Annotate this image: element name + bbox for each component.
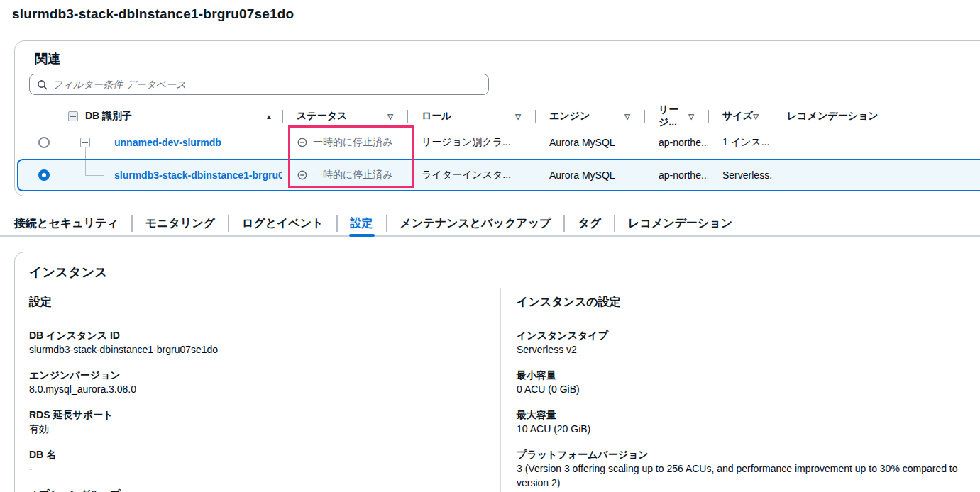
sort-icon[interactable]: ▽ [624,113,644,121]
instance-section-heading: インスタンス [29,264,108,281]
filter-input[interactable] [53,79,481,90]
collapse-row-icon[interactable] [80,138,90,147]
status-cell: 一時的に停止済み [282,125,407,160]
status-cell: 一時的に停止済み [282,160,407,190]
detail-tabs: 接続とセキュリティ モニタリング ログとイベント 設定 メンテナンスとバックアッ… [0,211,980,237]
field-db-name: DB 名 - [29,447,500,476]
related-section-heading: 関連 [35,50,60,67]
sort-icon[interactable]: ▽ [387,113,407,121]
field-min-capacity: 最小容量 0 ACU (0 GiB) [517,368,980,396]
column-divider [708,110,709,123]
tab-settings[interactable]: 設定 [338,211,386,235]
tab-connectivity-and-security[interactable]: 接続とセキュリティ [0,211,131,235]
tree-connector-elbow [85,160,104,176]
role-cell: ライターインスタ... [407,160,535,190]
search-icon [37,79,48,90]
db-identifier-cell: slurmdb3-stack-dbinstance1-brgru07se1do [62,160,282,190]
db-instance-link[interactable]: slurmdb3-stack-dbinstance1-brgru07se1do [114,169,282,181]
rds-instance-page: slurmdb3-stack-dbinstance1-brgru07se1do … [0,0,980,492]
tab-tags[interactable]: タグ [565,211,614,235]
tab-logs-and-events[interactable]: ログとイベント [229,211,336,235]
row-select-cell[interactable] [15,125,62,160]
field-db-instance-id: DB インスタンス ID slurmdb3-stack-dbinstance1-… [29,328,500,357]
tab-recommendations[interactable]: レコメンデーション [615,211,745,235]
column-divider [773,110,773,123]
settings-column: 設定 DB インスタンス ID slurmdb3-stack-dbinstanc… [15,288,500,492]
row-select-cell[interactable] [15,160,62,190]
tab-monitoring[interactable]: モニタリング [133,211,228,235]
recommendation-cell [773,160,980,190]
engine-cell: Aurora MySQL [535,125,644,160]
sort-ascending-icon[interactable]: ▲ [265,113,282,121]
region-cell: ap-northe... [644,125,708,160]
region-cell: ap-northe... [644,160,708,190]
field-platform-version: プラットフォームバージョン 3 (Version 3 offering scal… [517,447,980,490]
radio-selected[interactable] [38,169,50,181]
role-cell: リージョン別クラ... [407,125,535,160]
column-divider [535,110,536,123]
field-instance-type: インスタンスタイプ Serverless v2 [517,328,980,357]
tree-connector-line [85,147,86,160]
recommendation-cell [773,125,980,160]
column-divider [407,110,408,123]
db-identifier-cell: unnamed-dev-slurmdb [62,125,282,160]
instance-settings-heading: インスタンスの設定 [517,295,980,310]
radio-unselected[interactable] [38,137,50,148]
table-header-row: DB 識別子 ▲ ステータス ▽ ロール ▽ エンジン ▽ リージ... [15,104,980,125]
settings-heading: 設定 [29,295,500,310]
column-divider [62,110,62,123]
sort-icon[interactable]: ▽ [515,113,535,121]
column-divider [282,110,283,123]
stopped-status-icon [297,169,308,181]
instance-settings-column: インスタンスの設定 インスタンスタイプ Serverless v2 最小容量 0… [500,288,980,492]
stopped-status-icon [297,137,308,148]
sort-icon[interactable]: ▽ [753,113,773,121]
size-cell: Serverless... [708,160,773,190]
related-databases-card: 関連 DB 識別子 ▲ ステータス ▽ ロール [14,40,980,196]
field-engine-version: エンジンバージョン 8.0.mysql_aurora.3.08.0 [29,368,500,396]
collapse-all-icon[interactable] [68,111,78,121]
engine-cell: Aurora MySQL [535,160,644,190]
field-option-group: オプショングループ [29,487,500,492]
sort-icon[interactable]: ▽ [688,113,708,121]
tab-maintenance-and-backups[interactable]: メンテナンスとバックアップ [387,211,564,235]
table-row-selected[interactable]: slurmdb3-stack-dbinstance1-brgru07se1do … [17,159,980,191]
page-title: slurmdb3-stack-dbinstance1-brgru07se1do [12,6,294,22]
table-row[interactable]: unnamed-dev-slurmdb 一時的に停止済み リージョン別クラ...… [15,125,980,160]
size-cell: 1 インス... [708,125,773,160]
instance-details-card: インスタンス 設定 DB インスタンス ID slurmdb3-stack-db… [14,252,980,492]
field-max-capacity: 最大容量 10 ACU (20 GiB) [517,408,980,436]
field-rds-extended-support: RDS 延長サポート 有効 [29,408,500,436]
database-filter-box[interactable] [29,74,489,95]
db-cluster-link[interactable]: unnamed-dev-slurmdb [114,137,221,148]
column-divider [644,110,645,123]
